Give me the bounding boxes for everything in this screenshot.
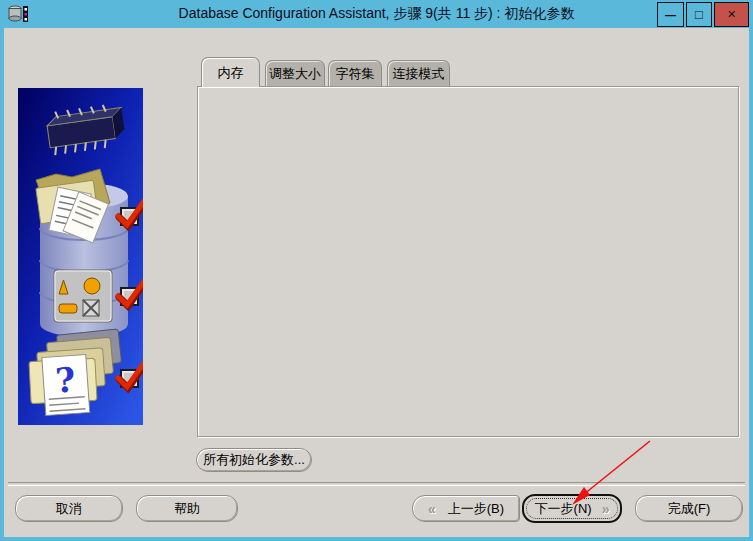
- tab-sizing-label: 调整大小: [269, 65, 321, 83]
- tab-sizing[interactable]: 调整大小: [265, 60, 325, 86]
- shapes-panel-icon: [54, 270, 112, 322]
- minimize-button[interactable]: —: [657, 2, 684, 27]
- chevrons-left-icon: «: [428, 501, 436, 517]
- tab-charsets-label: 字符集: [336, 65, 375, 83]
- wizard-banner-graphic: ?: [18, 88, 143, 425]
- memory-tab-panel: [197, 86, 739, 437]
- window-title: Database Configuration Assistant, 步骤 9(共…: [0, 5, 753, 23]
- tab-memory[interactable]: 内存: [201, 57, 260, 87]
- help-button-label: 帮助: [174, 500, 200, 518]
- dbca-window: Database Configuration Assistant, 步骤 9(共…: [0, 0, 753, 541]
- close-button[interactable]: ✕: [714, 2, 749, 27]
- maximize-button[interactable]: □: [686, 2, 712, 27]
- finish-button[interactable]: 完成(F): [635, 495, 743, 522]
- chevrons-right-icon: »: [602, 501, 610, 517]
- help-button[interactable]: 帮助: [136, 495, 238, 522]
- all-init-params-label: 所有初始化参数...: [203, 451, 305, 469]
- tab-charsets[interactable]: 字符集: [328, 60, 382, 86]
- finish-button-label: 完成(F): [668, 500, 711, 518]
- window-icon: [8, 5, 30, 23]
- maximize-icon: □: [695, 7, 703, 22]
- footer-divider: [8, 482, 745, 486]
- back-button[interactable]: « 上一步(B): [412, 495, 520, 522]
- next-button-label: 下一步(N): [535, 500, 592, 518]
- tab-connection-mode[interactable]: 连接模式: [387, 60, 450, 86]
- back-button-label: 上一步(B): [448, 500, 504, 518]
- titlebar: Database Configuration Assistant, 步骤 9(共…: [0, 0, 753, 28]
- next-button[interactable]: 下一步(N) »: [522, 494, 622, 523]
- minimize-icon: —: [665, 9, 676, 21]
- all-init-params-button[interactable]: 所有初始化参数...: [196, 448, 312, 472]
- svg-text:?: ?: [54, 359, 77, 400]
- close-icon: ✕: [727, 8, 736, 21]
- tab-connection-mode-label: 连接模式: [393, 65, 445, 83]
- cancel-button[interactable]: 取消: [15, 495, 123, 522]
- tab-memory-label: 内存: [218, 64, 244, 82]
- cancel-button-label: 取消: [56, 500, 82, 518]
